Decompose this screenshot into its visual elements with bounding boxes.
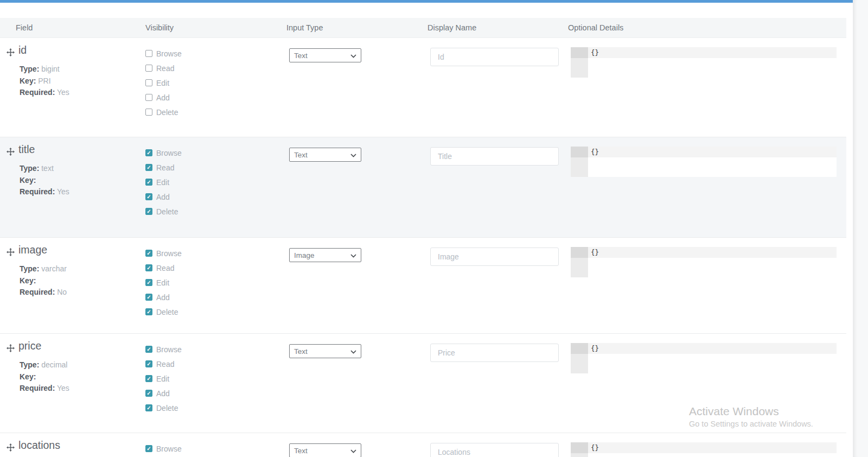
- input-type-selected-value: Text: [294, 52, 350, 60]
- type-label: Type:: [20, 164, 39, 173]
- required-value: Yes: [57, 384, 69, 392]
- drag-move-icon[interactable]: [7, 48, 15, 56]
- checkbox-label: Browse: [156, 149, 182, 157]
- checkbox-checked-icon[interactable]: ✓: [145, 149, 152, 156]
- key-label: Key:: [20, 77, 36, 85]
- checkbox-checked-icon[interactable]: ✓: [145, 375, 152, 382]
- display-name-input[interactable]: [430, 48, 559, 66]
- key-value: PRI: [38, 77, 50, 85]
- visibility-checkbox-read[interactable]: ✓Read: [145, 164, 182, 171]
- checkbox-checked-icon[interactable]: ✓: [145, 346, 152, 353]
- checkbox-checked-icon[interactable]: ✓: [145, 404, 152, 411]
- optional-details-editor[interactable]: {}: [571, 247, 837, 277]
- visibility-checkbox-add[interactable]: Add: [145, 94, 182, 101]
- input-type-select[interactable]: Text: [289, 48, 361, 62]
- visibility-checkbox-browse[interactable]: ✓Browse: [145, 346, 182, 353]
- checkbox-label: Read: [156, 360, 174, 369]
- visibility-checkbox-edit[interactable]: ✓Edit: [145, 375, 182, 382]
- display-name-input[interactable]: [430, 247, 559, 266]
- display-name-input[interactable]: [430, 443, 559, 457]
- visibility-checkbox-add[interactable]: ✓Add: [145, 193, 182, 200]
- checkbox-checked-icon[interactable]: ✓: [145, 445, 152, 452]
- field-meta: Type: text Key: Required: Yes: [20, 163, 69, 198]
- fields-table: Field Visibility Input Type Display Name…: [0, 18, 846, 457]
- visibility-checkbox-delete[interactable]: ✓Delete: [145, 404, 182, 411]
- type-value: varchar: [41, 264, 67, 273]
- checkbox-checked-icon[interactable]: ✓: [145, 164, 152, 171]
- checkbox-checked-icon[interactable]: ✓: [145, 179, 152, 186]
- input-type-select[interactable]: Text: [289, 148, 361, 162]
- optional-details-editor[interactable]: {}: [571, 343, 837, 373]
- checkbox-label: Add: [156, 389, 170, 398]
- checkbox-checked-icon[interactable]: ✓: [145, 294, 152, 301]
- visibility-checkbox-browse[interactable]: Browse: [145, 50, 182, 57]
- drag-move-icon[interactable]: [7, 248, 15, 256]
- drag-move-icon[interactable]: [7, 148, 15, 156]
- checkbox-label: Browse: [156, 445, 182, 453]
- editor-gutter-active-line: [571, 247, 588, 258]
- visibility-checkbox-group: ✓Browse✓Read✓Edit✓Add✓Delete: [145, 149, 182, 223]
- editor-gutter: [571, 47, 588, 78]
- optional-details-editor[interactable]: {}: [571, 442, 837, 457]
- checkbox-label: Read: [156, 163, 174, 172]
- editor-active-line: {}: [588, 47, 837, 58]
- editor-content-area: [588, 258, 837, 277]
- drag-move-icon[interactable]: [7, 443, 15, 452]
- required-label: Required:: [20, 187, 55, 196]
- checkbox-label: Read: [156, 64, 174, 73]
- checkbox-checked-icon[interactable]: ✓: [145, 208, 152, 215]
- checkbox-checked-icon[interactable]: ✓: [145, 193, 152, 200]
- optional-details-editor[interactable]: {}: [571, 147, 837, 177]
- checkbox-label: Browse: [156, 49, 182, 58]
- checkbox-checked-icon[interactable]: ✓: [145, 279, 152, 286]
- input-type-select[interactable]: Image: [289, 248, 361, 262]
- visibility-checkbox-edit[interactable]: Edit: [145, 79, 182, 86]
- field-name: id: [18, 44, 27, 56]
- visibility-checkbox-read[interactable]: Read: [145, 65, 182, 72]
- drag-move-icon[interactable]: [7, 344, 15, 352]
- editor-active-line: {}: [588, 247, 837, 258]
- checkbox-checked-icon[interactable]: ✓: [145, 264, 152, 271]
- checkbox-checked-icon[interactable]: ✓: [145, 250, 152, 257]
- display-name-input[interactable]: [430, 147, 559, 166]
- checkbox-unchecked-icon[interactable]: [145, 79, 152, 86]
- editor-code-text: {}: [588, 344, 599, 352]
- visibility-checkbox-edit[interactable]: ✓Edit: [145, 279, 182, 286]
- checkbox-checked-icon[interactable]: ✓: [145, 360, 152, 367]
- visibility-checkbox-delete[interactable]: ✓Delete: [145, 208, 182, 215]
- visibility-checkbox-browse[interactable]: ✓Browse: [145, 445, 182, 452]
- visibility-checkbox-delete[interactable]: ✓Delete: [145, 308, 182, 315]
- checkbox-unchecked-icon[interactable]: [145, 109, 152, 116]
- field-name: price: [18, 340, 41, 352]
- visibility-checkbox-browse[interactable]: ✓Browse: [145, 250, 182, 257]
- column-header-input-type: Input Type: [286, 18, 323, 37]
- checkbox-unchecked-icon[interactable]: [145, 50, 152, 57]
- visibility-checkbox-edit[interactable]: ✓Edit: [145, 179, 182, 186]
- visibility-checkbox-delete[interactable]: Delete: [145, 109, 182, 116]
- required-value: Yes: [57, 187, 69, 196]
- input-type-select[interactable]: Text: [289, 443, 361, 457]
- input-type-select[interactable]: Text: [289, 344, 361, 358]
- editor-content-area: [588, 453, 837, 457]
- checkbox-checked-icon[interactable]: ✓: [145, 390, 152, 397]
- input-type-selected-value: Text: [294, 151, 350, 159]
- editor-gutter: [571, 343, 588, 373]
- visibility-checkbox-read[interactable]: ✓Read: [145, 360, 182, 367]
- display-name-input[interactable]: [430, 344, 559, 362]
- checkbox-unchecked-icon[interactable]: [145, 94, 152, 101]
- key-label: Key:: [20, 176, 36, 185]
- checkbox-checked-icon[interactable]: ✓: [145, 308, 152, 315]
- editor-gutter: [571, 247, 588, 277]
- scrollbar-track[interactable]: [853, 0, 868, 457]
- visibility-checkbox-read[interactable]: ✓Read: [145, 264, 182, 271]
- field-name: title: [18, 143, 35, 156]
- checkbox-unchecked-icon[interactable]: [145, 65, 152, 72]
- visibility-checkbox-add[interactable]: ✓Add: [145, 294, 182, 301]
- required-label: Required:: [20, 384, 55, 392]
- visibility-checkbox-add[interactable]: ✓Add: [145, 390, 182, 397]
- optional-details-editor[interactable]: {}: [571, 47, 837, 78]
- visibility-checkbox-browse[interactable]: ✓Browse: [145, 149, 182, 156]
- column-header-field: Field: [16, 18, 33, 37]
- type-value: decimal: [41, 360, 67, 369]
- type-value: bigint: [41, 65, 59, 73]
